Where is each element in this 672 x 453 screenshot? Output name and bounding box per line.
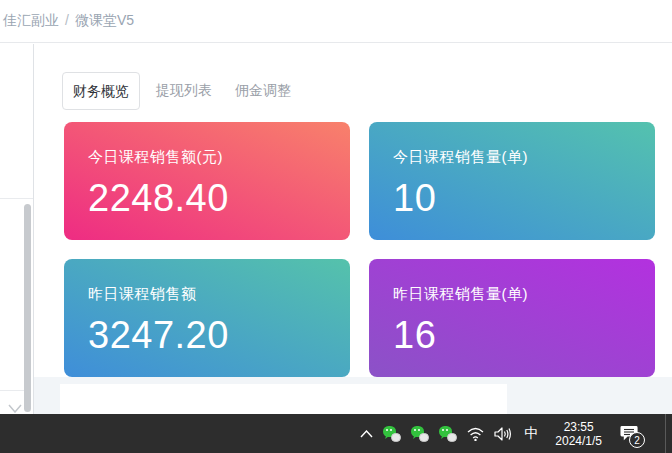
vertical-scrollbar[interactable] [24, 204, 31, 412]
tab-withdraw-list[interactable]: 提现列表 [146, 72, 222, 110]
stat-label: 今日课程销售额(元) [88, 148, 326, 167]
card-today-sales-amount: 今日课程销售额(元) 2248.40 [64, 122, 350, 240]
card-yesterday-sales-count: 昨日课程销售量(单) 16 [369, 259, 655, 377]
breadcrumb-section[interactable]: 佳汇副业 [3, 12, 59, 30]
stat-card-grid: 今日课程销售额(元) 2248.40 今日课程销售量(单) 10 昨日课程销售额… [64, 122, 655, 377]
system-tray: 中 23:55 2024/1/5 2 [355, 414, 672, 453]
card-today-sales-count: 今日课程销售量(单) 10 [369, 122, 655, 240]
taskbar-time: 23:55 [564, 420, 594, 434]
tab-finance-overview[interactable]: 财务概览 [62, 72, 140, 110]
divider [0, 198, 33, 199]
show-desktop-button[interactable] [666, 414, 672, 453]
tab-commission-adjust[interactable]: 佣金调整 [225, 72, 301, 110]
stat-value: 10 [393, 176, 631, 220]
breadcrumb: 佳汇副业 / 微课堂V5 [3, 12, 134, 30]
left-side-panel [0, 44, 34, 414]
volume-icon[interactable] [489, 414, 517, 453]
wechat-icon[interactable] [434, 414, 462, 453]
desktop-screen: 佳汇副业 / 微课堂V5 财务概览 提现列表 佣金调整 今日课程销售额(元) 2… [0, 0, 672, 453]
input-method-indicator[interactable]: 中 [517, 414, 545, 453]
stat-value: 2248.40 [88, 176, 326, 220]
stat-value: 3247.20 [88, 313, 326, 357]
tray-chevron-up-icon[interactable] [355, 414, 378, 453]
tab-bar: 财务概览 提现列表 佣金调整 [62, 72, 672, 110]
wechat-icon[interactable] [406, 414, 434, 453]
breadcrumb-page: 微课堂V5 [75, 12, 134, 30]
taskbar: 中 23:55 2024/1/5 2 [0, 414, 672, 453]
notification-count-badge: 2 [629, 432, 645, 448]
breadcrumb-separator: / [65, 12, 69, 30]
notifications-icon[interactable]: 2 [612, 414, 651, 453]
wifi-icon[interactable] [462, 414, 489, 453]
taskbar-clock[interactable]: 23:55 2024/1/5 [545, 420, 612, 448]
divider [0, 390, 24, 391]
taskbar-date: 2024/1/5 [555, 434, 602, 448]
stat-label: 昨日课程销售额 [88, 285, 326, 304]
stat-label: 今日课程销售量(单) [393, 148, 631, 167]
chevron-down-icon[interactable] [8, 404, 22, 413]
wechat-icon[interactable] [378, 414, 406, 453]
card-yesterday-sales-amount: 昨日课程销售额 3247.20 [64, 259, 350, 377]
stat-label: 昨日课程销售量(单) [393, 285, 631, 304]
main-content: 财务概览 提现列表 佣金调整 今日课程销售额(元) 2248.40 今日课程销售… [34, 44, 672, 414]
stat-value: 16 [393, 313, 631, 357]
topbar: 佳汇副业 / 微课堂V5 [0, 0, 672, 43]
